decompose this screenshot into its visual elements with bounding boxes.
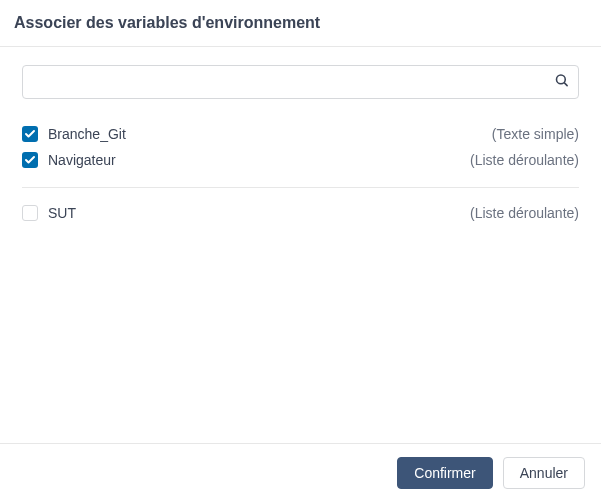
- variable-row[interactable]: SUT (Liste déroulante): [22, 200, 579, 226]
- checkbox-unchecked[interactable]: [22, 205, 38, 221]
- search-input[interactable]: [22, 65, 579, 99]
- dialog-footer: Confirmer Annuler: [0, 443, 601, 502]
- dialog-header: Associer des variables d'environnement: [0, 0, 601, 47]
- checkbox-checked[interactable]: [22, 126, 38, 142]
- dialog-content: Branche_Git (Texte simple) Navigateur (L…: [0, 47, 601, 443]
- dialog-title: Associer des variables d'environnement: [14, 14, 583, 32]
- group-divider: [22, 187, 579, 188]
- checkbox-checked[interactable]: [22, 152, 38, 168]
- variable-type: (Liste déroulante): [470, 152, 579, 168]
- variable-type: (Liste déroulante): [470, 205, 579, 221]
- confirm-button[interactable]: Confirmer: [397, 457, 492, 489]
- search-container: [22, 65, 579, 99]
- variable-label: Branche_Git: [48, 126, 492, 142]
- cancel-button[interactable]: Annuler: [503, 457, 585, 489]
- variable-label: Navigateur: [48, 152, 470, 168]
- variable-row[interactable]: Navigateur (Liste déroulante): [22, 147, 579, 173]
- variable-row[interactable]: Branche_Git (Texte simple): [22, 121, 579, 147]
- variable-type: (Texte simple): [492, 126, 579, 142]
- variable-label: SUT: [48, 205, 470, 221]
